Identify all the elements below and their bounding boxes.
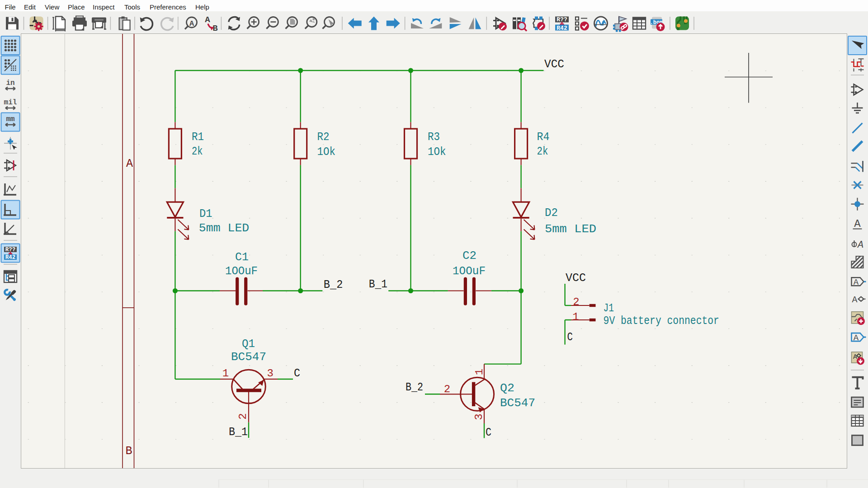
- svg-text:R??: R??: [5, 247, 16, 253]
- svg-text:A: A: [854, 218, 861, 230]
- svg-text:A: A: [854, 277, 859, 287]
- svg-text:mm: mm: [6, 115, 15, 123]
- svg-text:.bom: .bom: [650, 19, 663, 26]
- svg-text:R??: R??: [557, 16, 567, 23]
- svg-text:B: B: [212, 23, 217, 33]
- svg-text:R42: R42: [557, 25, 567, 32]
- svg-text:A: A: [205, 15, 210, 25]
- svg-text:A: A: [857, 239, 863, 251]
- svg-text:A: A: [189, 19, 194, 28]
- svg-text:mil: mil: [4, 99, 17, 107]
- svg-text:A: A: [852, 295, 857, 305]
- svg-text:R42: R42: [5, 254, 16, 261]
- svg-text:in: in: [6, 79, 14, 87]
- svg-text:A: A: [854, 333, 859, 343]
- svg-text:A: A: [853, 353, 857, 361]
